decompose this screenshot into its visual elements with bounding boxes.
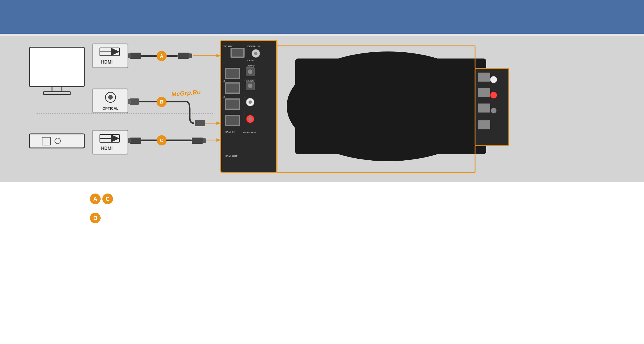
svg-text:ANALOG IN: ANALOG IN <box>243 131 256 134</box>
svg-point-55 <box>254 52 257 55</box>
instruction-row-b: B <box>90 213 554 223</box>
svg-text:McGrp.Ru: McGrp.Ru <box>171 88 201 98</box>
svg-text:L: L <box>245 96 246 98</box>
svg-rect-88 <box>478 88 490 97</box>
svg-rect-92 <box>478 120 490 129</box>
svg-point-59 <box>248 69 252 74</box>
svg-text:2: 2 <box>223 79 225 82</box>
badge-a: A <box>90 194 101 204</box>
svg-text:1: 1 <box>223 65 225 68</box>
svg-rect-35 <box>166 101 186 102</box>
svg-rect-77 <box>226 100 239 109</box>
svg-rect-90 <box>478 104 490 113</box>
svg-rect-3 <box>30 134 84 148</box>
svg-rect-46 <box>203 138 206 143</box>
text-section: A C B <box>0 182 644 239</box>
badge-c: C <box>102 194 113 204</box>
svg-marker-38 <box>216 122 221 125</box>
svg-rect-40 <box>128 138 131 143</box>
diagram-svg: HDMI OPTICAL HDMI A <box>0 36 644 182</box>
badge-b: B <box>90 213 101 223</box>
svg-text:OPT 2: OPT 2 <box>247 65 255 68</box>
svg-text:HDMI: HDMI <box>101 146 113 151</box>
svg-text:COAX: COAX <box>247 59 255 62</box>
svg-rect-39 <box>130 138 141 144</box>
svg-text:HDMI: HDMI <box>101 60 113 64</box>
svg-text:3: 3 <box>223 96 225 98</box>
svg-point-65 <box>248 84 252 88</box>
instruction-row-ac: A C <box>90 194 554 204</box>
svg-text:A: A <box>160 54 163 59</box>
svg-rect-27 <box>189 53 192 58</box>
svg-text:R: R <box>245 113 247 115</box>
svg-rect-86 <box>478 73 490 82</box>
svg-text:TV·ARC: TV·ARC <box>223 45 233 48</box>
svg-point-91 <box>491 108 496 113</box>
svg-rect-30 <box>130 98 139 105</box>
svg-text:OPTICAL: OPTICAL <box>102 106 118 111</box>
svg-rect-2 <box>44 92 70 95</box>
svg-rect-79 <box>226 116 239 125</box>
svg-marker-29 <box>216 54 221 57</box>
diagram-area: HDMI OPTICAL HDMI A <box>0 36 644 182</box>
svg-rect-1 <box>52 87 62 92</box>
badge-group-b: B <box>90 213 112 223</box>
svg-text:DIGITAL IN: DIGITAL IN <box>247 45 261 48</box>
svg-marker-48 <box>216 138 221 142</box>
svg-rect-31 <box>128 99 131 104</box>
svg-point-74 <box>248 117 252 121</box>
svg-point-71 <box>248 100 252 104</box>
badge-group-ac: A C <box>90 194 113 204</box>
svg-rect-0 <box>30 47 84 87</box>
svg-rect-21 <box>130 53 141 59</box>
svg-point-87 <box>490 76 497 83</box>
svg-rect-84 <box>295 59 486 154</box>
svg-rect-67 <box>226 84 239 93</box>
svg-rect-62 <box>226 69 239 78</box>
svg-text:B: B <box>160 100 163 104</box>
svg-rect-45 <box>192 138 203 144</box>
svg-rect-22 <box>128 53 131 58</box>
svg-rect-26 <box>178 53 189 59</box>
top-banner <box>0 0 644 34</box>
svg-text:HDMI IN: HDMI IN <box>225 131 235 134</box>
svg-point-89 <box>490 92 497 98</box>
svg-text:HDMI OUT: HDMI OUT <box>225 155 238 158</box>
separator-line <box>0 34 644 36</box>
svg-rect-36 <box>195 120 205 126</box>
svg-text:OPT 1(TV): OPT 1(TV) <box>245 79 256 82</box>
svg-rect-44 <box>166 140 192 141</box>
svg-text:C: C <box>160 138 163 143</box>
svg-rect-52 <box>232 49 243 57</box>
svg-point-13 <box>108 95 113 100</box>
